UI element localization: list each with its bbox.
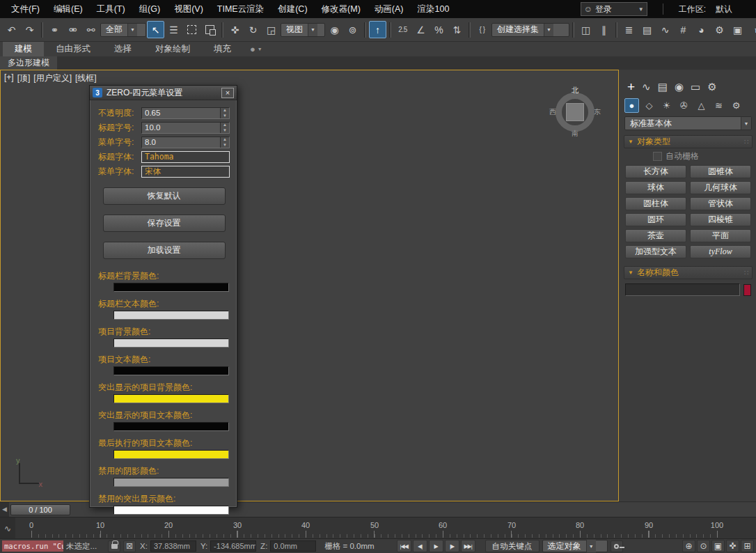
load-settings-button[interactable]: 加载设置 — [103, 242, 226, 259]
tab-freeform[interactable]: 自由形式 — [44, 42, 102, 56]
tab-selection[interactable]: 选择 — [102, 42, 143, 56]
menu-font-field[interactable]: 宋体 — [141, 166, 230, 178]
box-button[interactable]: 长方体 — [625, 165, 686, 178]
display-tab-icon[interactable]: ▭ — [691, 81, 700, 93]
name-color-rollout-header[interactable]: ▼ 名称和颜色 ∷ — [624, 266, 753, 279]
zoom-icon[interactable]: ⊕ — [682, 540, 695, 552]
track-bar-ruler[interactable]: 0 10 20 30 40 50 60 70 80 90 100 — [15, 517, 756, 539]
autogrid-checkbox[interactable] — [653, 152, 662, 161]
spinner-up-icon[interactable]: ▲ — [221, 137, 229, 143]
workspace-selector[interactable]: 工作区: 默认 — [679, 3, 745, 15]
lights-category-icon[interactable]: ☀ — [659, 98, 674, 113]
viewcube-face[interactable] — [566, 103, 584, 121]
z-coord-field[interactable]: 0.0mm — [270, 540, 316, 552]
color-swatch[interactable] — [113, 338, 229, 348]
y-coord-field[interactable]: -134.685mm — [210, 540, 256, 552]
geometry-type-dropdown[interactable]: 标准基本体 ▼ — [624, 116, 752, 130]
teapot-button[interactable]: 茶壶 — [625, 229, 686, 242]
systems-category-icon[interactable]: ⚙ — [729, 98, 743, 113]
workspace-value[interactable]: 默认 — [711, 3, 745, 15]
color-swatch[interactable] — [113, 478, 229, 487]
title-fontsize-spinner[interactable]: 10.0 ▲▼ — [141, 122, 230, 134]
tyflow-button[interactable]: tyFlow — [690, 245, 751, 258]
redo-icon[interactable]: ↷ — [21, 21, 38, 38]
save-settings-button[interactable]: 保存设置 — [103, 215, 226, 232]
chevron-down-icon[interactable]: ▼ — [544, 24, 553, 36]
key-mode-dropdown[interactable]: 选定对象 ▼ — [542, 540, 608, 552]
helpers-category-icon[interactable]: △ — [694, 98, 709, 113]
absolute-offset-toggle-icon[interactable]: ⊠ — [123, 540, 136, 552]
select-and-manipulate-icon[interactable]: ⊚ — [344, 21, 361, 38]
close-icon[interactable]: × — [221, 88, 234, 98]
use-pivot-center-icon[interactable]: ◉ — [326, 21, 343, 38]
previous-frame-icon[interactable]: ◀| — [413, 540, 427, 552]
play-icon[interactable]: ▶ — [429, 540, 443, 552]
ribbon-config-button[interactable]: ● ▼ — [250, 42, 262, 56]
opacity-value[interactable]: 0.65 — [142, 109, 220, 117]
select-and-scale-icon[interactable]: ◲ — [262, 21, 280, 38]
menu-create[interactable]: 创建(C) — [271, 0, 314, 18]
selection-lock-icon[interactable] — [108, 540, 120, 552]
go-to-end-icon[interactable]: ▶▶| — [461, 540, 475, 552]
next-frame-icon[interactable]: |▶ — [445, 540, 459, 552]
x-coord-field[interactable]: 37.838mm — [150, 540, 196, 552]
curve-editor-icon[interactable]: ∿ — [656, 21, 674, 38]
motion-tab-icon[interactable]: ◉ — [675, 81, 684, 93]
cone-button[interactable]: 圆锥体 — [690, 165, 751, 178]
named-selection-set-combo[interactable]: 创建选择集 ▼ — [491, 23, 569, 37]
compass-west-label[interactable]: 西 — [549, 107, 556, 117]
color-swatch[interactable] — [113, 311, 229, 320]
viewport-menu-general[interactable]: [+] — [4, 72, 14, 84]
angle-snap-icon[interactable]: ∠ — [412, 21, 430, 38]
viewport-menu-shading[interactable]: [线框] — [75, 72, 97, 84]
pan-icon[interactable]: ✜ — [726, 540, 739, 552]
set-keys-icon[interactable] — [611, 540, 623, 552]
compass-south-label[interactable]: 南 — [572, 129, 578, 139]
tab-object-paint[interactable]: 对象绘制 — [143, 42, 202, 56]
color-swatch[interactable] — [113, 366, 229, 375]
shapes-category-icon[interactable]: ◇ — [642, 98, 656, 113]
menu-tools[interactable]: 工具(T) — [90, 0, 132, 18]
spacewarps-category-icon[interactable]: ≋ — [711, 98, 726, 113]
ribbon-toggle-icon[interactable]: ▤ — [638, 21, 656, 38]
window-crossing-icon[interactable] — [201, 21, 219, 38]
sign-in-dropdown[interactable]: ☺ 登录 ▼ — [581, 2, 647, 16]
menu-edit[interactable]: 编辑(E) — [47, 0, 90, 18]
spinner-up-icon[interactable]: ▲ — [221, 123, 229, 128]
percent-snap-icon[interactable]: % — [430, 21, 448, 38]
menu-modifiers[interactable]: 修改器(M) — [315, 0, 368, 18]
rendered-frame-window-icon[interactable]: ▣ — [729, 21, 746, 38]
color-swatch[interactable] — [113, 506, 229, 515]
spinner-arrows[interactable]: ▲▼ — [220, 137, 229, 148]
select-and-move-icon[interactable]: ✜ — [226, 21, 244, 38]
color-swatch[interactable] — [113, 450, 229, 459]
selection-filter-dropdown[interactable]: 全部 ▼ — [100, 23, 146, 37]
title-fontsize-value[interactable]: 10.0 — [142, 123, 220, 132]
spinner-down-icon[interactable]: ▼ — [221, 142, 229, 148]
modify-tab-icon[interactable]: ∿ — [642, 81, 651, 93]
view-cube[interactable]: 北 南 东 西 — [551, 88, 599, 136]
menu-time-cloud-render[interactable]: TIME云渲染 — [210, 0, 271, 18]
material-editor-icon[interactable]: ◕ — [693, 21, 710, 38]
select-and-link-icon[interactable]: ⚭ — [46, 21, 63, 38]
object-color-swatch[interactable] — [743, 284, 751, 296]
menu-file[interactable]: 文件(F) — [4, 0, 47, 18]
title-font-value[interactable]: Tahoma — [142, 152, 174, 162]
create-tab-icon[interactable]: + — [627, 79, 635, 95]
pyramid-button[interactable]: 四棱锥 — [690, 213, 751, 226]
align-icon[interactable]: ∥ — [595, 21, 613, 38]
maximize-viewport-icon[interactable]: ⊞ — [741, 540, 754, 552]
tube-button[interactable]: 管状体 — [690, 197, 751, 210]
keyboard-shortcut-override-icon[interactable]: ↑ — [369, 21, 386, 38]
color-swatch[interactable] — [113, 283, 229, 292]
utilities-tab-icon[interactable]: ⚙ — [707, 81, 716, 93]
tab-modeling[interactable]: 建模 — [3, 42, 44, 56]
select-and-rotate-icon[interactable]: ↻ — [244, 21, 262, 38]
spinner-down-icon[interactable]: ▼ — [221, 113, 229, 118]
zoom-all-icon[interactable]: ⊙ — [697, 540, 710, 552]
chevron-down-icon[interactable]: ▼ — [741, 117, 751, 130]
object-type-rollout-header[interactable]: ▼ 对象类型 ∷ — [624, 135, 753, 148]
chevron-down-icon[interactable]: ▼ — [127, 24, 137, 36]
auto-key-button[interactable]: 自动关键点 — [485, 540, 540, 552]
color-swatch[interactable] — [113, 394, 229, 403]
